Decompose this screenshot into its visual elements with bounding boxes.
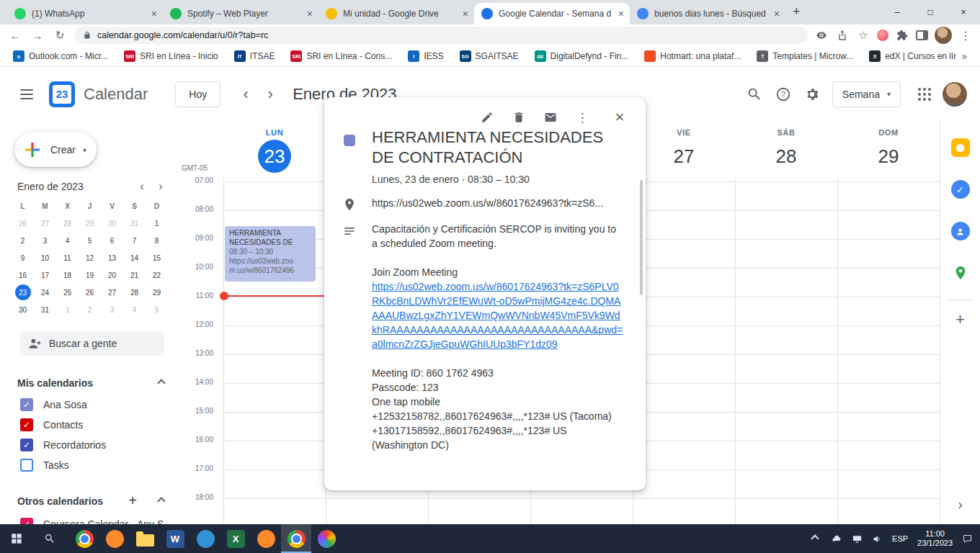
minical-date[interactable]: 4: [127, 302, 143, 318]
tab-close-icon[interactable]: ×: [618, 8, 624, 19]
start-button[interactable]: [0, 524, 33, 553]
search-people[interactable]: Buscar a gente: [20, 331, 164, 356]
minical-date[interactable]: 20: [104, 267, 120, 283]
minical-date[interactable]: 28: [60, 215, 76, 231]
delete-event-icon[interactable]: [512, 110, 526, 125]
taskbar-app-file-explorer[interactable]: [130, 524, 160, 553]
bookmark-star-icon[interactable]: ☆: [856, 29, 870, 42]
minical-next-icon[interactable]: ›: [151, 180, 170, 193]
day-header-4[interactable]: VIE27: [633, 128, 735, 173]
taskbar-app-photos[interactable]: [311, 524, 342, 553]
minical-date[interactable]: 12: [82, 250, 98, 266]
minical-date[interactable]: 9: [15, 250, 31, 266]
google-apps-icon[interactable]: [918, 88, 931, 101]
browser-tab[interactable]: (1) WhatsApp×: [7, 3, 163, 24]
minical-date[interactable]: 5: [149, 302, 165, 318]
day-header-0[interactable]: LUN23: [223, 128, 326, 173]
taskbar-search-icon[interactable]: [33, 524, 66, 553]
taskbar-app-excel[interactable]: X: [220, 524, 251, 553]
calendar-list-item[interactable]: ✓Contacts: [10, 415, 179, 435]
settings-gear-icon[interactable]: [803, 86, 821, 103]
bookmark-item[interactable]: TTemplates | Microw...: [751, 49, 859, 63]
notification-center-icon[interactable]: [962, 534, 973, 544]
bookmark-item[interactable]: ITITSAE: [228, 49, 281, 63]
contacts-icon[interactable]: [951, 222, 970, 240]
collapse-other-calendars-icon[interactable]: [157, 497, 165, 505]
minical-date[interactable]: 31: [37, 302, 53, 318]
calendar-checkbox[interactable]: ✓: [20, 418, 33, 431]
minical-date[interactable]: 18: [60, 267, 76, 283]
bookmark-item[interactable]: SRISRI en Línea - Cons...: [285, 49, 398, 63]
volume-icon[interactable]: [872, 534, 883, 544]
minical-date[interactable]: 3: [104, 302, 120, 318]
minical-prev-icon[interactable]: ‹: [133, 180, 151, 193]
taskbar-app-chrome[interactable]: [69, 524, 99, 553]
window-close-button[interactable]: ×: [947, 0, 980, 24]
minical-date[interactable]: 4: [60, 233, 76, 248]
tab-close-icon[interactable]: ×: [307, 8, 313, 19]
address-bar[interactable]: calendar.google.com/calendar/u/0/r?tab=r…: [74, 27, 808, 44]
browser-tab[interactable]: Spotify – Web Player×: [163, 3, 318, 24]
minical-date[interactable]: 8: [149, 233, 165, 248]
minical-date[interactable]: 6: [104, 233, 120, 248]
tray-expand-icon[interactable]: [811, 534, 819, 542]
minical-date[interactable]: 31: [127, 215, 143, 231]
minical-date[interactable]: 2: [82, 302, 98, 318]
calendar-list-item[interactable]: ✓Coursera Calendar - Any S: [10, 514, 179, 524]
minical-date[interactable]: 1: [60, 302, 76, 318]
minical-date[interactable]: 2: [15, 233, 31, 248]
minical-date[interactable]: 21: [127, 267, 143, 283]
edit-event-icon[interactable]: [480, 110, 494, 125]
minical-date[interactable]: 22: [149, 267, 165, 283]
view-selector[interactable]: Semana ▾: [832, 81, 901, 107]
collapse-panel-icon[interactable]: ›: [958, 496, 963, 513]
day-header-6[interactable]: DOM29: [837, 128, 940, 173]
taskbar-app-chrome-2[interactable]: [281, 524, 311, 553]
taskbar-app-firefox-2[interactable]: [251, 524, 281, 553]
minical-date[interactable]: 28: [127, 284, 143, 300]
minical-date[interactable]: 25: [60, 284, 76, 300]
tab-close-icon[interactable]: ×: [463, 8, 468, 19]
prev-week-icon[interactable]: ‹: [238, 85, 254, 104]
calendar-checkbox[interactable]: [20, 459, 33, 472]
back-button[interactable]: ←: [7, 30, 23, 42]
main-menu-icon[interactable]: [20, 89, 33, 99]
bookmark-item[interactable]: SGSGAITSAE: [454, 49, 525, 63]
maps-icon[interactable]: [951, 264, 970, 282]
window-minimize-button[interactable]: –: [881, 0, 914, 24]
minical-date[interactable]: 14: [127, 250, 143, 266]
popup-scrollbar[interactable]: [640, 180, 643, 295]
taskbar-app-edge[interactable]: [190, 524, 220, 553]
minical-date[interactable]: 29: [82, 215, 98, 231]
get-addons-icon[interactable]: +: [956, 310, 965, 329]
next-week-icon[interactable]: ›: [262, 85, 278, 104]
bookmarks-overflow-icon[interactable]: »: [956, 50, 973, 62]
browser-tab[interactable]: Google Calendar - Semana d×: [474, 3, 630, 24]
bookmark-item[interactable]: oOutlook.com - Micr...: [7, 49, 114, 63]
extension-icon[interactable]: [877, 30, 888, 41]
event-location[interactable]: https://us02web.zoom.us/w/86017624963?tk…: [372, 195, 603, 212]
keep-icon[interactable]: [951, 138, 970, 157]
bookmark-item[interactable]: XedX | Cursos en líne...: [863, 49, 956, 63]
browser-tab[interactable]: buenos dias lunes - Búsqued×: [630, 3, 785, 24]
calendar-checkbox[interactable]: ✓: [20, 439, 33, 451]
minical-date[interactable]: 17: [37, 267, 53, 283]
search-icon[interactable]: [746, 86, 763, 103]
minical-date[interactable]: 11: [60, 250, 76, 266]
calendar-checkbox[interactable]: ✓: [20, 398, 33, 411]
bookmark-item[interactable]: ddDigitalDefynd - Fin...: [529, 49, 635, 63]
minical-date[interactable]: 16: [15, 267, 31, 283]
minical-date[interactable]: 13: [104, 250, 120, 266]
create-button[interactable]: Crear ▾: [14, 132, 97, 167]
browser-profile-avatar[interactable]: [935, 27, 952, 44]
minical-date[interactable]: 15: [149, 250, 165, 266]
minical-date[interactable]: 3: [37, 233, 53, 248]
browser-menu-icon[interactable]: ⋮: [958, 29, 973, 42]
minical-date[interactable]: 19: [82, 267, 98, 283]
reload-button[interactable]: ↻: [52, 29, 68, 42]
minical-date[interactable]: 26: [15, 215, 31, 231]
minical-date[interactable]: 1: [149, 215, 165, 231]
zoom-link[interactable]: https://us02web.zoom.us/w/86017624963?tk…: [372, 279, 624, 351]
calendar-list-item[interactable]: Tasks: [10, 455, 179, 475]
minical-date[interactable]: 30: [15, 302, 31, 318]
